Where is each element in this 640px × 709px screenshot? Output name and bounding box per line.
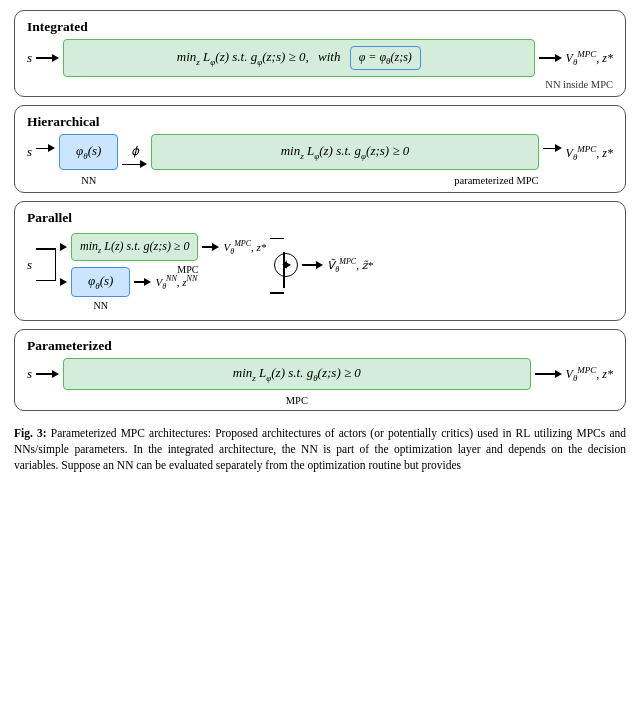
integrated-inline-box: φ = φθ(z;s)	[350, 46, 421, 70]
arrow-line5	[543, 148, 555, 150]
arrow-head-p2	[555, 370, 562, 378]
arrow-line	[36, 57, 52, 59]
caption-label: Fig. 3:	[14, 427, 47, 439]
parameterized-box-wrapper: minz Lφ(z) s.t. gθ(z;s) ≥ 0 MPC	[63, 358, 531, 390]
parameterized-output: VθMPC, z*	[566, 365, 613, 383]
parallel-inner: s	[27, 230, 613, 314]
arrow-line-split-top	[36, 248, 56, 250]
caption-text: Parameterized MPC architectures: Propose…	[14, 427, 626, 471]
integrated-arrow1	[36, 54, 59, 62]
arrow-line-p2	[535, 373, 555, 375]
hierarchical-box2: minz Lφ(z) s.t. gφ(z;s) ≥ 0	[151, 134, 538, 170]
parallel-box-nn-wrapper: φθ(s) NN	[71, 267, 130, 297]
hierarchical-box1-sublabel: NN	[81, 175, 96, 186]
parallel-input-label: s	[27, 257, 32, 273]
arrow-head3	[48, 144, 55, 152]
parallel-output-final: ṼθMPC, z̃*	[327, 257, 373, 274]
arrow-line-final	[302, 264, 316, 266]
integrated-output: VθMPC, z*	[566, 49, 613, 67]
parallel-arrow-mpc	[60, 243, 67, 251]
arrow-line-merge-bottom	[270, 292, 284, 294]
diagram-container: Integrated s minz Lφ(z) s.t. gφ(z;s) ≥ 0…	[14, 10, 626, 473]
parallel-branch-mpc: minz L(z) s.t. g(z;s) ≥ 0 MPC VθMPC, z*	[60, 233, 266, 261]
parallel-branch-nn: φθ(s) NN VθNN, zNN	[60, 267, 266, 297]
parallel-box-mpc: minz L(z) s.t. g(z;s) ≥ 0	[71, 233, 198, 261]
parallel-title: Parallel	[27, 210, 613, 226]
parallel-box-nn: φθ(s)	[71, 267, 130, 297]
arrow-line4	[122, 164, 140, 166]
panel-integrated: Integrated s minz Lφ(z) s.t. gφ(z;s) ≥ 0…	[14, 10, 626, 97]
integrated-title: Integrated	[27, 19, 613, 35]
parameterized-inner: s minz Lφ(z) s.t. gθ(z;s) ≥ 0 MPC	[27, 358, 613, 404]
arrow-line-split-bottom	[36, 280, 56, 282]
parallel-arrow-nn2	[134, 278, 151, 286]
parallel-spacer	[27, 300, 613, 314]
arrow-line-p1	[36, 373, 52, 375]
parameterized-arrow1	[36, 370, 59, 378]
hierarchical-flow: s φθ(s) NN ϕ	[27, 134, 613, 186]
parallel-box-mpc-wrapper: minz L(z) s.t. g(z;s) ≥ 0 MPC	[71, 233, 198, 261]
parameterized-box-text: minz Lφ(z) s.t. gθ(z;s) ≥ 0	[233, 365, 361, 380]
arrow-head4	[140, 160, 147, 168]
arrow-head-mpc2	[212, 243, 219, 251]
parallel-mpc-sublabel: MPC	[177, 264, 198, 275]
hierarchical-box2-sublabel: parameterized MPC	[454, 175, 538, 186]
panel-parameterized: Parameterized s minz Lφ(z) s.t. gθ(z;s) …	[14, 329, 626, 411]
arrow-head-nn	[60, 278, 67, 286]
arrow-head5	[555, 144, 562, 152]
hierarchical-box2-wrapper: minz Lφ(z) s.t. gφ(z;s) ≥ 0 parameterize…	[151, 134, 538, 170]
parallel-top-arrow-outer	[36, 248, 56, 250]
hierarchical-box1-wrapper: φθ(s) NN	[59, 134, 118, 170]
arrow-head-mpc	[60, 243, 67, 251]
hierarchical-output: VθMPC, z*	[566, 144, 613, 162]
arrow-line3	[36, 148, 48, 150]
merge-bottom	[270, 292, 284, 294]
merge-vertical	[283, 252, 285, 288]
arrow-line-nn	[134, 281, 144, 283]
phi-arrow-wrapper: ϕ	[122, 144, 147, 168]
integrated-input-label: s	[27, 50, 32, 66]
merge-top	[270, 238, 284, 240]
hierarchical-box1: φθ(s)	[59, 134, 118, 170]
split-vertical-line	[55, 250, 57, 280]
parallel-bottom-arrow-outer	[36, 280, 56, 282]
integrated-main-box: minz Lφ(z) s.t. gφ(z;s) ≥ 0, with φ = φθ…	[63, 39, 535, 77]
figure-caption: Fig. 3: Parameterized MPC architectures:…	[14, 425, 626, 473]
panel-hierarchical: Hierarchical s φθ(s) NN	[14, 105, 626, 193]
integrated-arrow2	[539, 54, 562, 62]
integrated-sublabel: NN inside MPC	[27, 79, 613, 90]
with-text: with	[318, 49, 340, 64]
hierarchical-arrow3	[543, 144, 562, 152]
parallel-split-arrows	[36, 248, 56, 281]
arrow-head-circle	[284, 261, 291, 269]
parallel-arrow-mpc2	[202, 243, 219, 251]
parallel-output-nn: VθNN, zNN	[155, 274, 197, 291]
parameterized-box: minz Lφ(z) s.t. gθ(z;s) ≥ 0	[63, 358, 531, 390]
integrated-inner: s minz Lφ(z) s.t. gφ(z;s) ≥ 0, with φ = …	[27, 39, 613, 90]
parallel-mpc-text: minz L(z) s.t. g(z;s) ≥ 0	[80, 239, 189, 253]
merge-to-circle	[284, 261, 291, 269]
integrated-box-text: minz Lφ(z) s.t. gφ(z;s) ≥ 0,	[177, 49, 312, 64]
parallel-branches: minz L(z) s.t. g(z;s) ≥ 0 MPC VθMPC, z*	[60, 233, 266, 297]
parameterized-title: Parameterized	[27, 338, 613, 354]
panel-parallel: Parallel s	[14, 201, 626, 321]
hierarchical-input-label: s	[27, 144, 32, 160]
arrow-head-final	[316, 261, 323, 269]
hierarchical-arrow2	[122, 160, 147, 168]
hierarchical-inner: s φθ(s) NN ϕ	[27, 134, 613, 186]
arrow-head2	[555, 54, 562, 62]
parameterized-arrow2	[535, 370, 562, 378]
phi-label: ϕ	[131, 144, 139, 159]
arrow-head	[52, 54, 59, 62]
arrow-head-nn2	[144, 278, 151, 286]
parallel-arrow-nn	[60, 278, 67, 286]
hierarchical-box2-text: minz Lφ(z) s.t. gφ(z;s) ≥ 0	[281, 143, 410, 158]
parameterized-box-sublabel: MPC	[286, 395, 308, 406]
parallel-nn-sublabel: NN	[94, 300, 108, 311]
hierarchical-arrow1	[36, 144, 55, 152]
arrow-head-p1	[52, 370, 59, 378]
arrow-line-merge-top	[270, 238, 284, 240]
hierarchical-title: Hierarchical	[27, 114, 613, 130]
arrow-line2	[539, 57, 555, 59]
parallel-final-arrow	[302, 261, 323, 269]
